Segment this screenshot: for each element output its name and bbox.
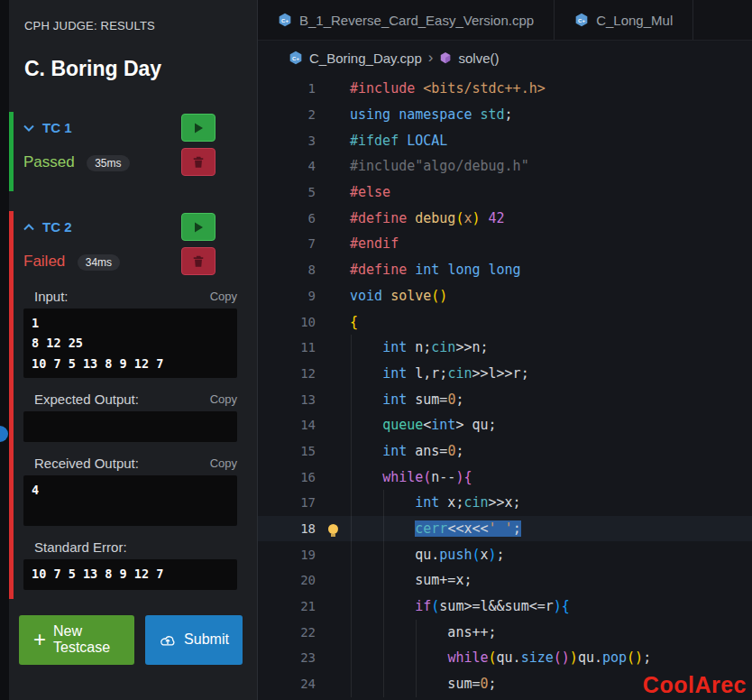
testcase-1-label: TC 1 [42,120,72,135]
code-line-4[interactable]: 4#include"algo/debug.h" [258,153,752,180]
new-testcase-button[interactable]: + New Testcase [19,615,134,665]
code-line-11[interactable]: 11 int n;cin>>n; [258,335,752,361]
code-line-10[interactable]: 10{ [258,309,752,335]
code-line-14[interactable]: 14 queue<int> qu; [258,412,752,438]
testcase-2-result: Failed 34ms [23,253,120,271]
tab-b1-reverse-card[interactable]: C+ B_1_Reverse_Card_Easy_Version.cpp [258,0,555,40]
code-line-16[interactable]: 16 while(n--){ [258,464,752,490]
expected-output-box[interactable] [23,411,237,442]
code-text: while(n--){ [350,469,472,485]
testcase-1-time-badge: 35ms [87,155,129,171]
run-testcase-1-button[interactable] [181,114,216,142]
testcase-1-result: Passed 35ms [23,153,130,171]
line-number: 19 [258,548,316,562]
copy-received-output-button[interactable]: Copy [210,456,237,470]
line-number: 21 [258,599,316,613]
code-line-21[interactable]: 21 if(sum>=l&&sum<=r){ [258,594,752,620]
received-output-label: Received Output: [34,456,139,471]
copy-input-button[interactable]: Copy [210,290,237,303]
received-output-box: 4 [23,475,237,526]
code-text: #include"algo/debug.h" [350,158,529,174]
code-text: #define debug(x) 42 [350,210,505,226]
code-line-23[interactable]: 23 while(qu.size())qu.pop(); [258,645,752,671]
code-line-2[interactable]: 2using namespace std; [258,102,752,128]
testcase-2-time-badge: 34ms [78,254,120,271]
line-number: 7 [258,236,316,251]
delete-testcase-2-button[interactable] [181,247,216,275]
code-text: using namespace std; [350,106,513,123]
activity-strip [0,0,9,700]
problem-title: C. Boring Day [24,57,257,81]
notification-dot [0,426,8,442]
code-line-9[interactable]: 9void solve() [258,283,752,309]
line-number: 6 [258,211,316,226]
breadcrumb-file[interactable]: C_Boring_Day.cpp [309,51,422,66]
cpp-icon: C+ [289,51,303,65]
code-text: queue<int> qu; [350,417,497,433]
code-text: { [350,314,358,330]
copy-expected-output-button[interactable]: Copy [210,392,237,406]
delete-testcase-1-button[interactable] [181,148,216,176]
cpp-icon: C+ [278,13,292,27]
code-text: #define int long long [350,262,521,278]
code-text: sum=0; [350,676,497,692]
testcase-1-status: Passed [23,153,75,170]
breadcrumb-separator: › [428,49,434,67]
play-icon [192,122,205,134]
code-line-7[interactable]: 7#endif [258,231,752,257]
tab-c-long-mul[interactable]: C+ C_Long_Mul [555,0,693,40]
submit-button[interactable]: Submit [145,615,243,665]
line-number: 1 [258,81,316,96]
chevron-down-icon [23,124,34,132]
code-text: ans++; [350,624,497,640]
code-line-15[interactable]: 15 int ans=0; [258,438,752,465]
testcase-1-card: TC 1 Passed 35ms [9,112,257,191]
code-line-17[interactable]: 17 int x;cin>>x; [258,490,752,516]
testcase-2-header[interactable]: TC 2 [23,219,72,235]
trash-icon [192,155,205,169]
input-box[interactable]: 1 8 12 25 10 7 5 13 8 9 12 7 [23,309,237,378]
code-line-20[interactable]: 20 sum+=x; [258,567,752,594]
line-number: 9 [258,289,316,303]
input-label: Input: [34,289,69,304]
code-text: #endif [350,235,399,252]
line-number: 14 [258,418,316,432]
line-number: 16 [258,470,316,484]
code-line-12[interactable]: 12 int l,r;cin>>l>>r; [258,361,752,387]
lightbulb-icon[interactable] [316,524,350,534]
line-number: 24 [258,677,316,691]
svg-text:C+: C+ [292,56,299,61]
line-number: 2 [258,107,316,122]
cph-results-panel: CPH JUDGE: RESULTS C. Boring Day TC 1 Pa… [9,0,257,700]
code-line-19[interactable]: 19 qu.push(x); [258,541,752,567]
editor-area: C+ B_1_Reverse_Card_Easy_Version.cpp C+ … [257,0,752,700]
line-number: 4 [258,159,316,173]
indent-guide [383,490,384,697]
chevron-up-icon [23,224,34,231]
code-line-1[interactable]: 1#include <bits/stdc++.h> [258,76,752,102]
editor-tabbar: C+ B_1_Reverse_Card_Easy_Version.cpp C+ … [258,0,752,41]
line-number: 18 [258,521,316,536]
symbol-method-icon [439,51,452,64]
code-line-3[interactable]: 3#ifdef LOCAL [258,127,752,153]
panel-title: CPH JUDGE: RESULTS [9,0,257,32]
code-text: int x;cin>>x; [350,494,521,511]
plus-icon: + [33,629,46,650]
code-line-5[interactable]: 5#else [258,180,752,206]
breadcrumb-symbol[interactable]: solve() [458,51,499,66]
code-text: sum+=x; [350,572,472,588]
code-text: int n;cin>>n; [350,339,489,355]
line-number: 3 [258,134,316,148]
run-testcase-2-button[interactable] [181,213,216,241]
standard-error-box: 10 7 5 13 8 9 12 7 [23,559,237,590]
code-line-6[interactable]: 6#define debug(x) 42 [258,205,752,231]
standard-error-label: Standard Error: [34,539,127,555]
code-text: qu.push(x); [350,547,505,563]
code-line-13[interactable]: 13 int sum=0; [258,386,752,412]
code-line-18[interactable]: 18 cerr<<x<<' '; [258,516,752,542]
watermark: CoolArec [643,672,747,698]
code-line-8[interactable]: 8#define int long long [258,257,752,283]
code-line-22[interactable]: 22 ans++; [258,619,752,645]
testcase-1-header[interactable]: TC 1 [23,120,72,135]
code-text: #ifdef LOCAL [350,133,447,149]
